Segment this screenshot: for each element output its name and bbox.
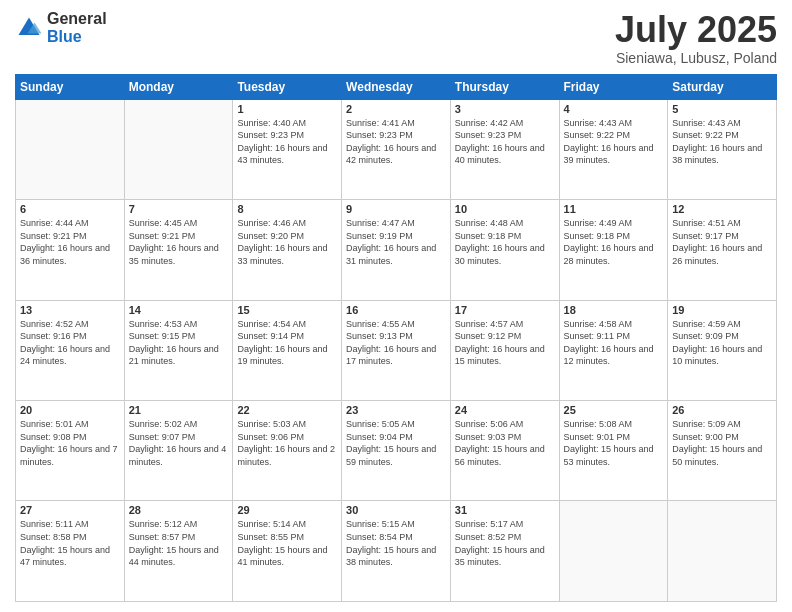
main-title: July 2025	[615, 10, 777, 50]
col-wednesday: Wednesday	[342, 74, 451, 99]
day-number: 5	[672, 103, 772, 115]
calendar-table: Sunday Monday Tuesday Wednesday Thursday…	[15, 74, 777, 602]
day-number: 27	[20, 504, 120, 516]
day-number: 2	[346, 103, 446, 115]
day-number: 14	[129, 304, 229, 316]
day-number: 10	[455, 203, 555, 215]
table-row: 26 Sunrise: 5:09 AMSunset: 9:00 PMDaylig…	[668, 401, 777, 501]
day-number: 17	[455, 304, 555, 316]
table-row: 29 Sunrise: 5:14 AMSunset: 8:55 PMDaylig…	[233, 501, 342, 602]
calendar-header-row: Sunday Monday Tuesday Wednesday Thursday…	[16, 74, 777, 99]
cell-info: Sunrise: 5:01 AMSunset: 9:08 PMDaylight:…	[20, 419, 118, 467]
col-saturday: Saturday	[668, 74, 777, 99]
day-number: 9	[346, 203, 446, 215]
calendar-week-3: 13 Sunrise: 4:52 AMSunset: 9:16 PMDaylig…	[16, 300, 777, 400]
cell-info: Sunrise: 4:41 AMSunset: 9:23 PMDaylight:…	[346, 118, 436, 166]
cell-info: Sunrise: 5:15 AMSunset: 8:54 PMDaylight:…	[346, 519, 436, 567]
day-number: 11	[564, 203, 664, 215]
logo-general: General	[47, 10, 107, 28]
table-row: 13 Sunrise: 4:52 AMSunset: 9:16 PMDaylig…	[16, 300, 125, 400]
cell-info: Sunrise: 4:55 AMSunset: 9:13 PMDaylight:…	[346, 319, 436, 367]
day-number: 25	[564, 404, 664, 416]
table-row: 16 Sunrise: 4:55 AMSunset: 9:13 PMDaylig…	[342, 300, 451, 400]
table-row: 1 Sunrise: 4:40 AMSunset: 9:23 PMDayligh…	[233, 99, 342, 199]
day-number: 18	[564, 304, 664, 316]
table-row: 12 Sunrise: 4:51 AMSunset: 9:17 PMDaylig…	[668, 200, 777, 300]
cell-info: Sunrise: 4:49 AMSunset: 9:18 PMDaylight:…	[564, 218, 654, 266]
cell-info: Sunrise: 5:11 AMSunset: 8:58 PMDaylight:…	[20, 519, 110, 567]
calendar-week-2: 6 Sunrise: 4:44 AMSunset: 9:21 PMDayligh…	[16, 200, 777, 300]
table-row: 18 Sunrise: 4:58 AMSunset: 9:11 PMDaylig…	[559, 300, 668, 400]
cell-info: Sunrise: 4:52 AMSunset: 9:16 PMDaylight:…	[20, 319, 110, 367]
calendar-week-4: 20 Sunrise: 5:01 AMSunset: 9:08 PMDaylig…	[16, 401, 777, 501]
cell-info: Sunrise: 5:08 AMSunset: 9:01 PMDaylight:…	[564, 419, 654, 467]
cell-info: Sunrise: 4:57 AMSunset: 9:12 PMDaylight:…	[455, 319, 545, 367]
table-row: 31 Sunrise: 5:17 AMSunset: 8:52 PMDaylig…	[450, 501, 559, 602]
cell-info: Sunrise: 5:14 AMSunset: 8:55 PMDaylight:…	[237, 519, 327, 567]
table-row: 7 Sunrise: 4:45 AMSunset: 9:21 PMDayligh…	[124, 200, 233, 300]
table-row	[124, 99, 233, 199]
table-row: 20 Sunrise: 5:01 AMSunset: 9:08 PMDaylig…	[16, 401, 125, 501]
table-row: 2 Sunrise: 4:41 AMSunset: 9:23 PMDayligh…	[342, 99, 451, 199]
calendar-week-1: 1 Sunrise: 4:40 AMSunset: 9:23 PMDayligh…	[16, 99, 777, 199]
cell-info: Sunrise: 5:17 AMSunset: 8:52 PMDaylight:…	[455, 519, 545, 567]
table-row	[559, 501, 668, 602]
cell-info: Sunrise: 4:54 AMSunset: 9:14 PMDaylight:…	[237, 319, 327, 367]
page: General Blue July 2025 Sieniawa, Lubusz,…	[0, 0, 792, 612]
day-number: 31	[455, 504, 555, 516]
table-row: 23 Sunrise: 5:05 AMSunset: 9:04 PMDaylig…	[342, 401, 451, 501]
table-row: 19 Sunrise: 4:59 AMSunset: 9:09 PMDaylig…	[668, 300, 777, 400]
subtitle: Sieniawa, Lubusz, Poland	[615, 50, 777, 66]
logo: General Blue	[15, 10, 107, 45]
cell-info: Sunrise: 4:47 AMSunset: 9:19 PMDaylight:…	[346, 218, 436, 266]
table-row: 21 Sunrise: 5:02 AMSunset: 9:07 PMDaylig…	[124, 401, 233, 501]
table-row: 10 Sunrise: 4:48 AMSunset: 9:18 PMDaylig…	[450, 200, 559, 300]
table-row: 4 Sunrise: 4:43 AMSunset: 9:22 PMDayligh…	[559, 99, 668, 199]
col-monday: Monday	[124, 74, 233, 99]
table-row: 5 Sunrise: 4:43 AMSunset: 9:22 PMDayligh…	[668, 99, 777, 199]
cell-info: Sunrise: 5:03 AMSunset: 9:06 PMDaylight:…	[237, 419, 335, 467]
cell-info: Sunrise: 4:48 AMSunset: 9:18 PMDaylight:…	[455, 218, 545, 266]
day-number: 22	[237, 404, 337, 416]
cell-info: Sunrise: 4:44 AMSunset: 9:21 PMDaylight:…	[20, 218, 110, 266]
day-number: 16	[346, 304, 446, 316]
title-block: July 2025 Sieniawa, Lubusz, Poland	[615, 10, 777, 66]
table-row: 27 Sunrise: 5:11 AMSunset: 8:58 PMDaylig…	[16, 501, 125, 602]
cell-info: Sunrise: 5:05 AMSunset: 9:04 PMDaylight:…	[346, 419, 436, 467]
col-sunday: Sunday	[16, 74, 125, 99]
table-row: 15 Sunrise: 4:54 AMSunset: 9:14 PMDaylig…	[233, 300, 342, 400]
cell-info: Sunrise: 5:09 AMSunset: 9:00 PMDaylight:…	[672, 419, 762, 467]
table-row: 14 Sunrise: 4:53 AMSunset: 9:15 PMDaylig…	[124, 300, 233, 400]
day-number: 28	[129, 504, 229, 516]
day-number: 23	[346, 404, 446, 416]
logo-text: General Blue	[47, 10, 107, 45]
table-row: 30 Sunrise: 5:15 AMSunset: 8:54 PMDaylig…	[342, 501, 451, 602]
day-number: 29	[237, 504, 337, 516]
table-row: 22 Sunrise: 5:03 AMSunset: 9:06 PMDaylig…	[233, 401, 342, 501]
cell-info: Sunrise: 4:46 AMSunset: 9:20 PMDaylight:…	[237, 218, 327, 266]
day-number: 24	[455, 404, 555, 416]
calendar-week-5: 27 Sunrise: 5:11 AMSunset: 8:58 PMDaylig…	[16, 501, 777, 602]
cell-info: Sunrise: 4:59 AMSunset: 9:09 PMDaylight:…	[672, 319, 762, 367]
day-number: 6	[20, 203, 120, 215]
table-row: 6 Sunrise: 4:44 AMSunset: 9:21 PMDayligh…	[16, 200, 125, 300]
day-number: 15	[237, 304, 337, 316]
day-number: 21	[129, 404, 229, 416]
day-number: 20	[20, 404, 120, 416]
table-row: 24 Sunrise: 5:06 AMSunset: 9:03 PMDaylig…	[450, 401, 559, 501]
logo-blue: Blue	[47, 28, 107, 46]
cell-info: Sunrise: 4:58 AMSunset: 9:11 PMDaylight:…	[564, 319, 654, 367]
day-number: 13	[20, 304, 120, 316]
cell-info: Sunrise: 5:06 AMSunset: 9:03 PMDaylight:…	[455, 419, 545, 467]
cell-info: Sunrise: 4:43 AMSunset: 9:22 PMDaylight:…	[672, 118, 762, 166]
col-tuesday: Tuesday	[233, 74, 342, 99]
table-row: 9 Sunrise: 4:47 AMSunset: 9:19 PMDayligh…	[342, 200, 451, 300]
day-number: 4	[564, 103, 664, 115]
table-row: 3 Sunrise: 4:42 AMSunset: 9:23 PMDayligh…	[450, 99, 559, 199]
header: General Blue July 2025 Sieniawa, Lubusz,…	[15, 10, 777, 66]
cell-info: Sunrise: 4:51 AMSunset: 9:17 PMDaylight:…	[672, 218, 762, 266]
day-number: 12	[672, 203, 772, 215]
cell-info: Sunrise: 4:40 AMSunset: 9:23 PMDaylight:…	[237, 118, 327, 166]
col-friday: Friday	[559, 74, 668, 99]
day-number: 26	[672, 404, 772, 416]
